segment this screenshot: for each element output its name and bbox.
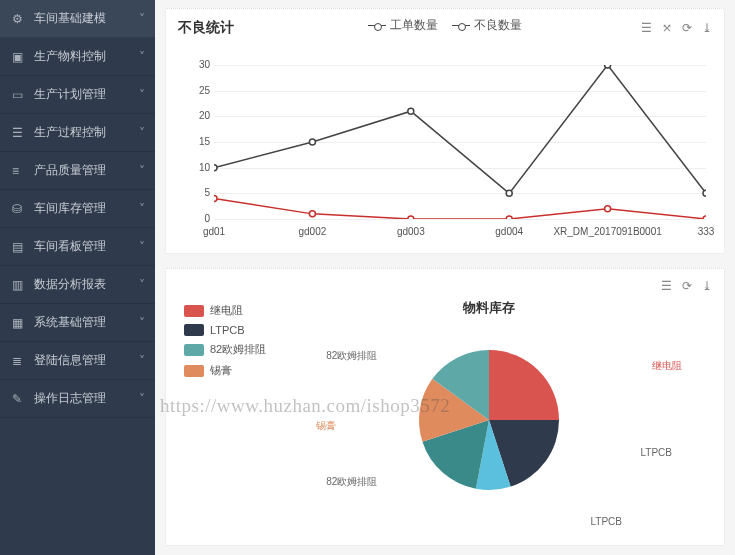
chevron-down-icon: ˅ xyxy=(139,50,145,64)
svg-point-1 xyxy=(309,139,315,145)
inventory-card: ☰ ⟳ ⤓ 继电阻 LTPCB 82欧姆排阻 锡膏 物料库存 继电阻 LTPCB… xyxy=(165,268,725,546)
data-view-icon[interactable]: ☰ xyxy=(641,21,652,35)
sidebar-item-log[interactable]: ✎操作日志管理˅ xyxy=(0,380,155,418)
svg-point-11 xyxy=(703,216,706,219)
svg-point-0 xyxy=(214,165,217,171)
chevron-down-icon: ˅ xyxy=(139,278,145,292)
log-icon: ✎ xyxy=(12,392,26,406)
board-icon: ▤ xyxy=(12,240,26,254)
card-toolbar: ☰ ⟳ ⤓ xyxy=(661,279,712,293)
svg-point-8 xyxy=(408,216,414,219)
chevron-down-icon: ˅ xyxy=(139,12,145,26)
pie-legend: 继电阻 LTPCB 82欧姆排阻 锡膏 xyxy=(178,299,266,529)
sidebar: ⚙车间基础建模˅ ▣生产物料控制˅ ▭生产计划管理˅ ☰生产过程控制˅ ≡产品质… xyxy=(0,0,155,555)
sidebar-item-kanban[interactable]: ▤车间看板管理˅ xyxy=(0,228,155,266)
gear-icon: ⚙ xyxy=(12,12,26,26)
chevron-down-icon: ˅ xyxy=(139,202,145,216)
svg-point-7 xyxy=(309,211,315,217)
sidebar-item-quality[interactable]: ≡产品质量管理˅ xyxy=(0,152,155,190)
sidebar-item-inventory[interactable]: ⛁车间库存管理˅ xyxy=(0,190,155,228)
card-title: 不良统计 xyxy=(178,19,234,37)
defect-stats-card: 不良统计 工单数量 不良数量 ☰ ⤧ ⟳ ⤓ 051015202530gd01g… xyxy=(165,8,725,254)
sidebar-item-reports[interactable]: ▥数据分析报表˅ xyxy=(0,266,155,304)
main-content: 不良统计 工单数量 不良数量 ☰ ⤧ ⟳ ⤓ 051015202530gd01g… xyxy=(155,0,735,555)
cube-icon: ▣ xyxy=(12,50,26,64)
pie-chart: 物料库存 继电阻 LTPCB LTPCB 82欧姆排阻 锡膏 82欧姆排阻 xyxy=(266,299,712,529)
chevron-down-icon: ˅ xyxy=(139,316,145,330)
chevron-down-icon: ˅ xyxy=(139,354,145,368)
chart-icon: ▥ xyxy=(12,278,26,292)
svg-point-6 xyxy=(214,195,217,201)
line-chart-legend: 工单数量 不良数量 xyxy=(368,17,522,34)
sidebar-item-system[interactable]: ▦系统基础管理˅ xyxy=(0,304,155,342)
user-icon: ≣ xyxy=(12,354,26,368)
sidebar-item-process-control[interactable]: ☰生产过程控制˅ xyxy=(0,114,155,152)
svg-point-2 xyxy=(408,108,414,114)
chevron-down-icon: ˅ xyxy=(139,164,145,178)
refresh-icon[interactable]: ⟳ xyxy=(682,279,692,293)
svg-point-9 xyxy=(506,216,512,219)
truck-icon: ⛁ xyxy=(12,202,26,216)
bar-toggle-icon[interactable]: ⤧ xyxy=(662,21,672,35)
svg-point-4 xyxy=(605,65,611,68)
download-icon[interactable]: ⤓ xyxy=(702,21,712,35)
chevron-down-icon: ˅ xyxy=(139,126,145,140)
sidebar-item-material-control[interactable]: ▣生产物料控制˅ xyxy=(0,38,155,76)
refresh-icon[interactable]: ⟳ xyxy=(682,21,692,35)
download-icon[interactable]: ⤓ xyxy=(702,279,712,293)
list-icon: ≡ xyxy=(12,164,26,178)
chevron-down-icon: ˅ xyxy=(139,88,145,102)
svg-point-10 xyxy=(605,206,611,212)
base-icon: ▦ xyxy=(12,316,26,330)
sidebar-item-workshop-model[interactable]: ⚙车间基础建模˅ xyxy=(0,0,155,38)
chevron-down-icon: ˅ xyxy=(139,240,145,254)
sidebar-item-production-plan[interactable]: ▭生产计划管理˅ xyxy=(0,76,155,114)
pie-title: 物料库存 xyxy=(266,299,712,317)
svg-point-5 xyxy=(703,190,706,196)
line-chart: 051015202530gd01gd002gd003gd004XR_DM_201… xyxy=(178,57,712,237)
card-toolbar: ☰ ⤧ ⟳ ⤓ xyxy=(641,21,712,35)
flow-icon: ☰ xyxy=(12,126,26,140)
svg-point-3 xyxy=(506,190,512,196)
calendar-icon: ▭ xyxy=(12,88,26,102)
data-view-icon[interactable]: ☰ xyxy=(661,279,672,293)
sidebar-item-login-info[interactable]: ≣登陆信息管理˅ xyxy=(0,342,155,380)
chevron-down-icon: ˅ xyxy=(139,392,145,406)
